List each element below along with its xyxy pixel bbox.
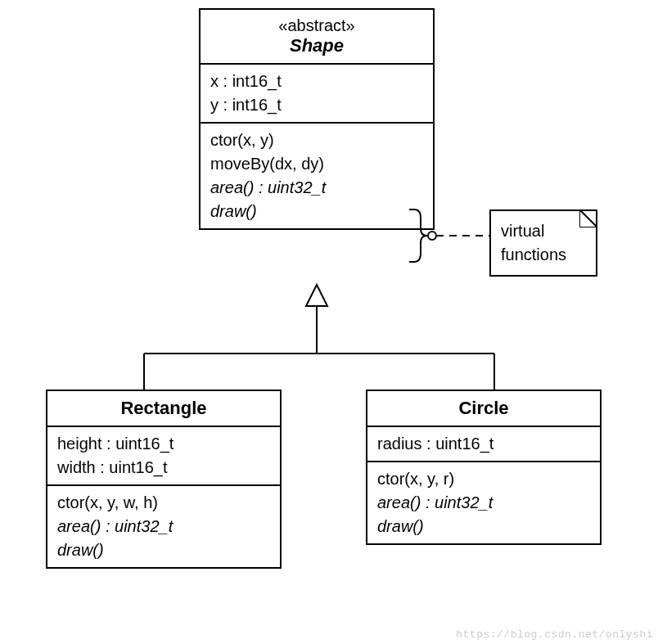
class-rectangle: Rectangle height : uint16_t width : uint… — [46, 390, 282, 569]
note-fold-icon — [579, 209, 597, 227]
operation: ctor(x, y, r) — [377, 467, 590, 491]
generalization-arrowhead-icon — [306, 285, 327, 306]
class-name: Rectangle — [120, 398, 206, 418]
operation-virtual: draw() — [377, 515, 590, 538]
attribute: height : uint16_t — [57, 432, 270, 456]
operation-virtual: draw() — [57, 538, 270, 562]
class-circle-title: Circle — [367, 391, 600, 427]
class-shape-operations: ctor(x, y) moveBy(dx, dy) area() : uint3… — [201, 124, 433, 228]
attribute: x : int16_t — [210, 70, 423, 93]
note-text: functions — [501, 243, 586, 267]
class-shape: «abstract» Shape x : int16_t y : int16_t… — [199, 8, 435, 230]
class-name: Shape — [290, 35, 344, 56]
class-rectangle-title: Rectangle — [47, 391, 280, 427]
operation-virtual: area() : uint32_t — [377, 491, 590, 515]
anchor-circle-icon — [428, 232, 436, 240]
operation-virtual: area() : uint32_t — [57, 515, 270, 538]
operation-virtual: draw() — [210, 200, 423, 223]
class-circle-operations: ctor(x, y, r) area() : uint32_t draw() — [367, 462, 600, 543]
stereotype-label: «abstract» — [210, 16, 423, 35]
class-shape-attributes: x : int16_t y : int16_t — [201, 65, 433, 124]
class-name: Circle — [458, 398, 508, 418]
operation: ctor(x, y, w, h) — [57, 491, 270, 515]
attribute: width : uint16_t — [57, 456, 270, 480]
class-circle: Circle radius : uint16_t ctor(x, y, r) a… — [366, 390, 602, 545]
operation: ctor(x, y) — [210, 128, 423, 152]
attribute: radius : uint16_t — [377, 432, 590, 456]
watermark-text: https://blog.csdn.net/onlyshi — [456, 628, 653, 641]
note-virtual-functions: virtual functions — [489, 209, 597, 277]
note-text: virtual — [501, 219, 586, 243]
class-rectangle-operations: ctor(x, y, w, h) area() : uint32_t draw(… — [47, 486, 280, 567]
class-circle-attributes: radius : uint16_t — [367, 427, 600, 462]
operation: moveBy(dx, dy) — [210, 152, 423, 176]
class-shape-title: «abstract» Shape — [201, 10, 433, 65]
attribute: y : int16_t — [210, 93, 423, 117]
operation-virtual: area() : uint32_t — [210, 176, 423, 200]
class-rectangle-attributes: height : uint16_t width : uint16_t — [47, 427, 280, 486]
